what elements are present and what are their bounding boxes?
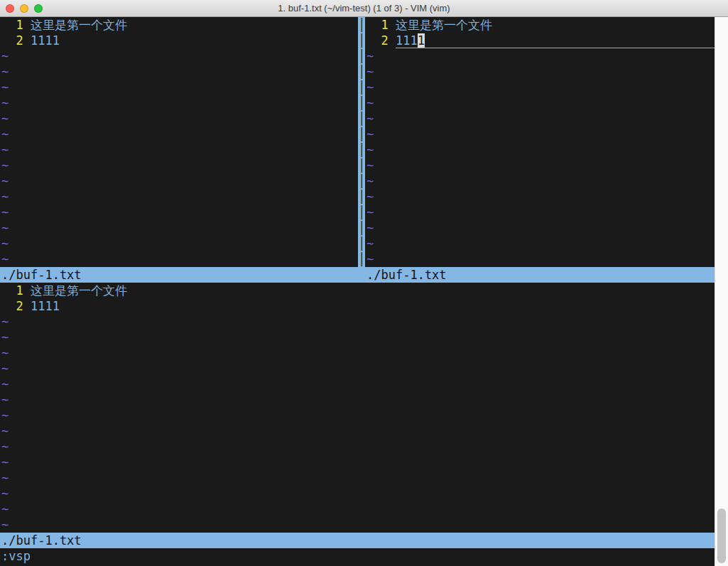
buffer-line: 2 1111 <box>0 298 715 314</box>
vertical-separator-glyph: │ <box>358 251 365 267</box>
line-number: 1 <box>366 17 396 33</box>
tilde-empty-line: ~ <box>0 455 715 470</box>
tilde-empty-line: ~ <box>365 173 715 189</box>
tilde-empty-line: ~ <box>0 220 358 236</box>
tilde-empty-line: ~ <box>0 64 358 80</box>
vertical-split-region: 1 这里是第一个文件 2 1111~~~~~~~~~~~~~~ ││││││││… <box>0 17 715 267</box>
vim-pane-top-right[interactable]: 1 这里是第一个文件 2 1111~~~~~~~~~~~~~~ <box>365 17 715 267</box>
tilde-empty-line: ~ <box>365 111 715 126</box>
vim-terminal: 1 这里是第一个文件 2 1111~~~~~~~~~~~~~~ ││││││││… <box>0 17 715 566</box>
title-bar[interactable]: 1. buf-1.txt (~/vim-test) (1 of 3) - VIM… <box>0 0 728 17</box>
scrollbar-thumb[interactable] <box>717 508 726 563</box>
vertical-separator-glyph: │ <box>358 173 365 189</box>
command-line[interactable]: :vsp <box>0 548 715 564</box>
tilde-empty-line: ~ <box>0 95 358 111</box>
vim-pane-bottom[interactable]: 1 这里是第一个文件 2 1111~~~~~~~~~~~~~~ <box>0 283 715 533</box>
vertical-separator-glyph: │ <box>358 111 365 126</box>
tilde-empty-line: ~ <box>0 48 358 64</box>
tilde-empty-line: ~ <box>365 142 715 158</box>
tilde-empty-line: ~ <box>365 251 715 267</box>
close-button[interactable] <box>6 4 14 13</box>
tilde-empty-line: ~ <box>365 189 715 205</box>
window-title: 1. buf-1.txt (~/vim-test) (1 of 3) - VIM… <box>278 3 450 13</box>
vim-pane-top-left[interactable]: 1 这里是第一个文件 2 1111~~~~~~~~~~~~~~ <box>0 17 358 267</box>
buffer-text: 这里是第一个文件 <box>396 17 492 33</box>
tilde-empty-line: ~ <box>0 408 715 423</box>
tilde-empty-line: ~ <box>0 517 715 533</box>
line-number: 2 <box>1 33 31 48</box>
tilde-empty-line: ~ <box>0 392 715 408</box>
tilde-empty-line: ~ <box>0 126 358 142</box>
vertical-separator-glyph: │ <box>358 95 365 111</box>
tilde-empty-line: ~ <box>0 330 715 345</box>
vertical-separator-glyph: │ <box>358 205 365 220</box>
vertical-separator-glyph: │ <box>358 80 365 95</box>
line-number: 2 <box>366 33 396 48</box>
status-line-bottom: ./buf-1.txt <box>0 533 715 548</box>
vertical-separator-glyph: │ <box>358 64 365 80</box>
tilde-empty-line: ~ <box>365 220 715 236</box>
zoom-button[interactable] <box>34 4 43 13</box>
minimize-button[interactable] <box>20 4 28 13</box>
buffer-line: 2 1111 <box>0 33 358 48</box>
tilde-empty-line: ~ <box>365 205 715 220</box>
tilde-empty-line: ~ <box>0 205 358 220</box>
buffer-text: 这里是第一个文件 <box>31 17 127 33</box>
cursor-line-underline: 1111 <box>396 33 715 48</box>
buffer-line: 2 1111 <box>365 33 715 48</box>
status-filename-top-right: ./buf-1.txt <box>365 267 715 283</box>
status-filename-bottom: ./buf-1.txt <box>0 533 365 548</box>
tilde-empty-line: ~ <box>0 501 715 517</box>
tilde-empty-line: ~ <box>0 361 715 376</box>
tilde-empty-line: ~ <box>0 314 715 330</box>
scrollbar[interactable] <box>715 17 728 566</box>
tilde-empty-line: ~ <box>365 236 715 251</box>
tilde-empty-line: ~ <box>0 470 715 486</box>
buffer-text: 1111 <box>31 298 60 314</box>
tilde-empty-line: ~ <box>0 173 358 189</box>
terminal-content: 1 这里是第一个文件 2 1111~~~~~~~~~~~~~~ ││││││││… <box>0 17 728 566</box>
vertical-separator-glyph: │ <box>358 158 365 173</box>
line-number: 1 <box>1 17 31 33</box>
tilde-empty-line: ~ <box>0 439 715 455</box>
line-number: 1 <box>1 283 31 298</box>
vertical-separator-glyph: │ <box>358 220 365 236</box>
tilde-empty-line: ~ <box>0 236 358 251</box>
buffer-line: 1 这里是第一个文件 <box>0 283 715 298</box>
vertical-separator-glyph: │ <box>358 17 365 33</box>
buffer-text: 这里是第一个文件 <box>31 283 127 298</box>
tilde-empty-line: ~ <box>365 48 715 64</box>
tilde-empty-line: ~ <box>365 95 715 111</box>
vertical-separator-glyph: │ <box>358 236 365 251</box>
buffer-text: 111 <box>396 33 418 48</box>
tilde-empty-line: ~ <box>0 423 715 439</box>
tilde-empty-line: ~ <box>0 189 358 205</box>
tilde-empty-line: ~ <box>0 80 358 95</box>
tilde-empty-line: ~ <box>0 158 358 173</box>
tilde-empty-line: ~ <box>0 142 358 158</box>
status-line-top: ./buf-1.txt ./buf-1.txt <box>0 267 715 283</box>
tilde-empty-line: ~ <box>365 64 715 80</box>
traffic-lights <box>6 0 43 17</box>
vim-app-window: 1. buf-1.txt (~/vim-test) (1 of 3) - VIM… <box>0 0 728 566</box>
buffer-line: 1 这里是第一个文件 <box>0 17 358 33</box>
tilde-empty-line: ~ <box>365 158 715 173</box>
buffer-line: 1 这里是第一个文件 <box>365 17 715 33</box>
tilde-empty-line: ~ <box>0 376 715 392</box>
line-number: 2 <box>1 298 31 314</box>
status-filename-top-left: ./buf-1.txt <box>0 267 365 283</box>
vim-cursor: 1 <box>418 33 425 48</box>
tilde-empty-line: ~ <box>365 80 715 95</box>
vertical-separator-glyph: │ <box>358 142 365 158</box>
tilde-empty-line: ~ <box>0 251 358 267</box>
vertical-separator-glyph: │ <box>358 126 365 142</box>
vertical-separator-glyph: │ <box>358 189 365 205</box>
vertical-separator-glyph: │ <box>358 48 365 64</box>
tilde-empty-line: ~ <box>0 486 715 501</box>
tilde-empty-line: ~ <box>365 126 715 142</box>
vertical-split-separator[interactable]: ││││││││││││││││ <box>358 17 365 267</box>
tilde-empty-line: ~ <box>0 111 358 126</box>
tilde-empty-line: ~ <box>0 345 715 361</box>
buffer-text: 1111 <box>31 33 60 48</box>
vertical-separator-glyph: │ <box>358 33 365 48</box>
